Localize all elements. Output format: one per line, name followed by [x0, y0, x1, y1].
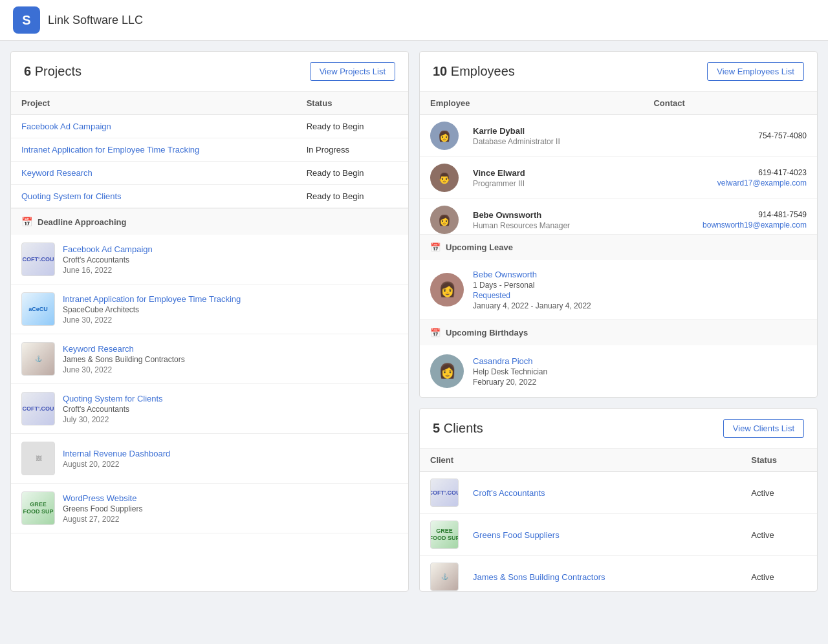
employees-list: Employee Contact 👩 Karrie Dyball Databas… [420, 92, 817, 234]
table-row: Facebook Ad Campaign Ready to Begin [11, 115, 408, 138]
company-name: Link Software LLC [48, 14, 143, 27]
project-name-cell: Facebook Ad Campaign [11, 115, 296, 138]
deadline-project-link[interactable]: Internal Revenue Dashboard [63, 449, 170, 458]
employee-name: Karrie Dyball [473, 126, 560, 136]
employees-panel: 10 Employees View Employees List Employe… [419, 51, 818, 398]
employee-role: Human Resources Manager [473, 221, 570, 230]
phone: 619-417-4023 [653, 168, 807, 177]
contact-info: 754-757-4080 [653, 131, 807, 140]
upcoming-leave-header: 📅 Upcoming Leave [420, 234, 817, 260]
client-cell: GREE FOOD SUP Greens Food Suppliers [420, 514, 741, 556]
view-clients-button[interactable]: View Clients List [723, 419, 804, 438]
col-status: Status [296, 92, 408, 115]
right-column: 10 Employees View Employees List Employe… [419, 51, 818, 592]
logo-icon: S [22, 13, 30, 28]
employee-cell: 👩 Karrie Dyball Database Administrator I… [420, 115, 643, 157]
avatar: 👩 [430, 122, 459, 150]
projects-panel: 6 Projects View Projects List Project St… [10, 51, 409, 592]
upcoming-leave-label: Upcoming Leave [446, 242, 513, 252]
employee-info: Vince Elward Programmer III [473, 168, 525, 188]
col-contact: Contact [643, 92, 817, 115]
project-status-cell: Ready to Begin [296, 115, 408, 138]
project-name-cell: Keyword Research [11, 162, 296, 185]
project-status-cell: In Progress [296, 138, 408, 162]
client-status-cell: Active [741, 472, 817, 514]
col-client-status: Status [741, 449, 817, 472]
deadline-date: July 30, 2022 [63, 415, 398, 424]
deadline-company: James & Sons Building Contractors [63, 355, 398, 364]
leave-person-link[interactable]: Bebe Ownsworth [473, 270, 537, 279]
leave-dates: January 4, 2022 - January 4, 2022 [473, 301, 807, 310]
clients-list: Client Status COFT'.COU Croft's Accounta… [420, 449, 817, 591]
avatar-casandra: 👩 [430, 354, 464, 388]
employee-role: Programmer III [473, 179, 525, 188]
table-row: Quoting System for Clients Ready to Begi… [11, 185, 408, 208]
birthday-date: February 20, 2022 [473, 378, 807, 387]
client-link[interactable]: Greens Food Suppliers [473, 530, 560, 540]
deadline-info: Keyword Research James & Sons Building C… [63, 343, 398, 374]
deadline-company: Greens Food Suppliers [63, 504, 398, 513]
client-cell: COFT'.COU Croft's Accountants [420, 472, 741, 514]
deadline-project-link[interactable]: Keyword Research [63, 344, 134, 354]
birthday-role: Help Desk Technician [473, 367, 807, 376]
calendar-icon-leave: 📅 [430, 242, 441, 252]
upcoming-birthday-info: Casandra Pioch Help Desk Technician Febr… [473, 356, 807, 387]
view-projects-button[interactable]: View Projects List [310, 62, 395, 81]
deadline-item: COFT'.COU Facebook Ad Campaign Croft's A… [11, 235, 408, 284]
deadline-item: ⚓ Keyword Research James & Sons Building… [11, 334, 408, 384]
table-row: Intranet Application for Employee Time T… [11, 138, 408, 162]
deadline-info: Intranet Application for Employee Time T… [63, 294, 398, 325]
project-status-cell: Ready to Begin [296, 162, 408, 185]
deadline-company: Croft's Accountants [63, 405, 398, 414]
email: bownsworth19@example.com [653, 220, 807, 230]
project-link[interactable]: Facebook Ad Campaign [21, 122, 111, 131]
deadline-project-link[interactable]: WordPress Website [63, 493, 136, 503]
project-name-cell: Quoting System for Clients [11, 185, 296, 208]
employees-panel-header: 10 Employees View Employees List [420, 52, 817, 92]
upcoming-birthdays-header: 📅 Upcoming Birthdays [420, 319, 817, 345]
app-header: S Link Software LLC [0, 0, 828, 41]
clients-panel: 5 Clients View Clients List Client Statu… [419, 408, 818, 592]
projects-table: Project Status Facebook Ad Campaign Read… [11, 92, 408, 208]
projects-title: 6 Projects [24, 64, 82, 79]
view-employees-button[interactable]: View Employees List [707, 62, 804, 81]
col-employee: Employee [420, 92, 643, 115]
avatar: 👨 [430, 164, 459, 192]
deadline-project-link[interactable]: Facebook Ad Campaign [63, 244, 153, 254]
project-link[interactable]: Intranet Application for Employee Time T… [21, 145, 199, 155]
employee-role: Database Administrator II [473, 137, 560, 146]
deadline-section-header: 📅 Deadline Approaching [11, 208, 408, 235]
project-name-cell: Intranet Application for Employee Time T… [11, 138, 296, 162]
clients-table: Client Status COFT'.COU Croft's Accounta… [420, 449, 817, 591]
deadline-project-link[interactable]: Intranet Application for Employee Time T… [63, 294, 241, 304]
phone: 914-481-7549 [653, 210, 807, 219]
col-client: Client [420, 449, 741, 472]
main-grid: 6 Projects View Projects List Project St… [0, 41, 828, 602]
calendar-icon-bday: 📅 [430, 328, 441, 338]
contact-cell: 754-757-4080 [643, 115, 817, 157]
upcoming-leave-item: 👩 Bebe Ownsworth 1 Days - Personal Reque… [420, 260, 817, 319]
project-link[interactable]: Quoting System for Clients [21, 191, 122, 201]
email-link[interactable]: bownsworth19@example.com [703, 220, 807, 230]
table-row: 👨 Vince Elward Programmer III 619-417-40… [420, 157, 817, 199]
deadline-date: August 27, 2022 [63, 515, 398, 524]
birthday-person-link[interactable]: Casandra Pioch [473, 356, 533, 366]
table-row: COFT'.COU Croft's Accountants Active [420, 472, 817, 514]
client-link[interactable]: Croft's Accountants [473, 488, 545, 498]
deadline-info: Quoting System for Clients Croft's Accou… [63, 393, 398, 424]
client-cell: ⚓ James & Sons Building Contractors [420, 556, 741, 592]
upcoming-birthdays-label: Upcoming Birthdays [446, 328, 528, 338]
clients-panel-header: 5 Clients View Clients List [420, 409, 817, 449]
project-link[interactable]: Keyword Research [21, 168, 93, 178]
phone: 754-757-4080 [653, 131, 807, 140]
deadline-item: GREE FOOD SUP WordPress Website Greens F… [11, 484, 408, 533]
col-project: Project [11, 92, 296, 115]
deadline-info: Internal Revenue Dashboard August 20, 20… [63, 448, 398, 469]
employee-name: Vince Elward [473, 168, 525, 178]
email-link[interactable]: velward17@example.com [717, 178, 807, 188]
deadline-date: August 20, 2022 [63, 460, 398, 469]
client-link[interactable]: James & Sons Building Contractors [473, 572, 605, 582]
deadline-date: June 30, 2022 [63, 316, 398, 325]
deadline-project-link[interactable]: Quoting System for Clients [63, 394, 163, 403]
leave-status-link[interactable]: Requested [473, 291, 807, 300]
